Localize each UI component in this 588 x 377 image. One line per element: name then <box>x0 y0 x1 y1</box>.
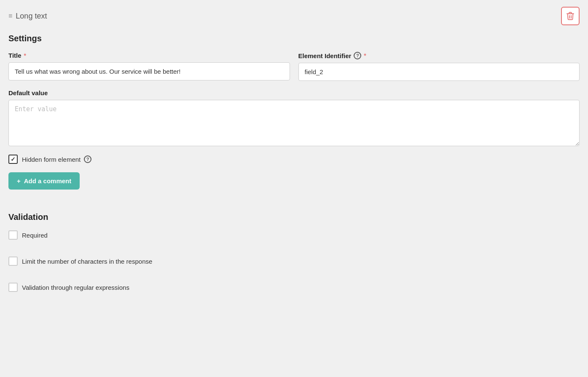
hidden-form-help-icon[interactable]: ? <box>84 155 91 163</box>
settings-section: Settings Title * Element Identifier ? * <box>8 34 580 202</box>
add-comment-label: Add a comment <box>24 177 72 184</box>
hidden-form-row: ✓ Hidden form element ? <box>8 155 580 164</box>
regex-checkbox[interactable] <box>8 283 18 292</box>
trash-icon <box>567 12 574 20</box>
drag-icon: ≡ <box>8 12 12 20</box>
default-value-group: Default value <box>8 89 580 146</box>
delete-button[interactable] <box>561 7 580 25</box>
default-value-textarea[interactable] <box>8 100 580 146</box>
char-limit-checkbox[interactable] <box>8 257 18 266</box>
validation-section: Validation Required Limit the number of … <box>8 212 580 300</box>
identifier-label: Element Identifier ? * <box>298 52 580 59</box>
char-limit-label: Limit the number of characters in the re… <box>22 258 152 265</box>
hidden-form-label: Hidden form element ? <box>22 155 91 163</box>
title-group: Title * <box>8 52 290 81</box>
validation-required-row: Required <box>8 230 580 240</box>
validation-title: Validation <box>8 212 580 222</box>
identifier-help-icon[interactable]: ? <box>354 52 361 59</box>
header-row: ≡ Long text <box>8 7 580 25</box>
title-identifier-row: Title * Element Identifier ? * <box>8 52 580 81</box>
default-value-label: Default value <box>8 89 580 96</box>
field-type-label: ≡ Long text <box>8 12 47 21</box>
page-container: ≡ Long text Settings Title * Element Ide… <box>0 0 588 377</box>
required-checkbox[interactable] <box>8 230 18 240</box>
validation-char-limit-row: Limit the number of characters in the re… <box>8 257 580 266</box>
title-label: Title * <box>8 52 290 59</box>
title-input[interactable] <box>8 62 290 80</box>
field-type-text: Long text <box>16 12 47 21</box>
hidden-form-checkbox[interactable]: ✓ <box>8 155 18 164</box>
checkmark-icon: ✓ <box>11 156 16 163</box>
required-label: Required <box>22 232 48 239</box>
validation-regex-row: Validation through regular expressions <box>8 283 580 292</box>
regex-label: Validation through regular expressions <box>22 284 129 291</box>
settings-title: Settings <box>8 34 580 43</box>
add-comment-plus-icon: + <box>17 177 21 184</box>
identifier-input[interactable] <box>298 63 580 81</box>
add-comment-button[interactable]: + Add a comment <box>8 172 80 190</box>
validation-options: Required Limit the number of characters … <box>8 230 580 300</box>
title-required-star: * <box>24 52 26 59</box>
identifier-required-star: * <box>364 52 366 59</box>
identifier-group: Element Identifier ? * <box>298 52 580 81</box>
